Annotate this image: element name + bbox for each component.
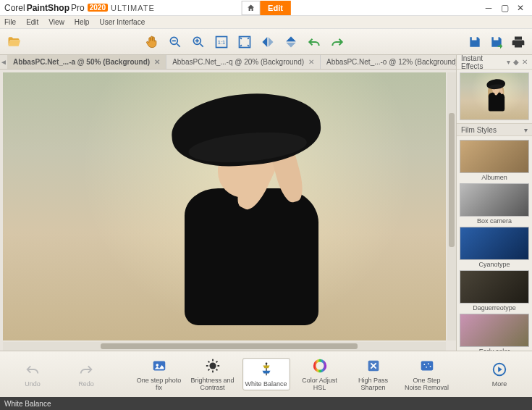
print-button[interactable] — [509, 33, 528, 51]
effect-label: Daguerreotype — [460, 304, 529, 311]
color-adjust-hsl-tool[interactable]: Color Adjust HSL — [296, 355, 344, 393]
close-tab-icon[interactable]: ✕ — [154, 58, 160, 66]
noise-icon — [419, 358, 435, 374]
document-tab[interactable]: AbbasPC.Net_...-o @ 12% (Background)✕ — [321, 55, 475, 69]
brand-pro: Pro — [71, 3, 85, 13]
redo-icon — [78, 361, 94, 377]
canvas[interactable] — [3, 72, 446, 340]
chevron-down-icon: ▾ — [524, 126, 528, 134]
fit-window-button[interactable] — [235, 33, 254, 51]
home-icon — [246, 4, 255, 12]
undo-icon — [307, 35, 321, 49]
tool-label: One step photo fix — [137, 377, 182, 391]
scrollbar-thumb[interactable] — [101, 343, 358, 349]
canvas-viewport — [0, 70, 456, 351]
undo-button[interactable] — [305, 33, 324, 51]
horizontal-scrollbar[interactable] — [3, 342, 446, 351]
vertical-scrollbar[interactable] — [447, 72, 456, 340]
high-pass-sharpen-tool[interactable]: High Pass Sharpen — [350, 355, 397, 393]
flip-horizontal-button[interactable] — [258, 33, 277, 51]
tool-label: One Step Noise Removal — [405, 377, 449, 391]
titlebar: Corel PaintShop Pro 2020 ULTIMATE Edit ─… — [0, 0, 532, 16]
effect-thumb — [460, 270, 529, 304]
pan-tool-button[interactable] — [143, 33, 161, 51]
menu-edit[interactable]: Edit — [26, 18, 38, 26]
save-button[interactable] — [465, 33, 484, 51]
tab-label: AbbasPC.Net_...-o @ 12% (Background) — [326, 58, 458, 66]
zoom-out-button[interactable] — [166, 33, 185, 51]
tabs-scroll-left[interactable]: ◄ — [0, 55, 7, 69]
effect-label: Albumen — [460, 173, 529, 181]
svg-point-7 — [209, 362, 216, 369]
zoom-in-button[interactable] — [189, 33, 208, 51]
effect-label: Box camera — [460, 217, 529, 225]
white-balance-tool[interactable]: White Balance — [242, 358, 290, 390]
tool-label: More — [492, 380, 507, 388]
redo-button[interactable] — [328, 33, 347, 51]
photo-fix-icon — [151, 358, 167, 374]
menu-user-interface[interactable]: User Interface — [99, 18, 145, 26]
effect-item-daguerreotype[interactable]: Daguerreotype — [460, 270, 529, 311]
undo-tool[interactable]: Undo — [9, 359, 56, 390]
more-tools-button[interactable]: More — [476, 359, 523, 390]
panel-close-icon[interactable]: ✕ — [522, 58, 528, 66]
effect-item-early-color[interactable]: Early color — [460, 314, 529, 351]
workspace-home-button[interactable] — [241, 1, 260, 15]
menu-help[interactable]: Help — [75, 18, 90, 26]
scrollbar-thumb[interactable] — [449, 113, 455, 247]
status-text: White Balance — [4, 400, 51, 408]
effect-thumb — [460, 227, 529, 260]
effect-label: Cyanotype — [460, 260, 529, 268]
statusbar: White Balance — [0, 397, 532, 410]
maximize-button[interactable]: ▢ — [500, 4, 509, 12]
document-tab[interactable]: AbbasPC.Net_...-a @ 50% (Background)✕ — [7, 55, 166, 69]
panel-menu-icon[interactable]: ▾ — [507, 58, 510, 66]
svg-point-12 — [423, 364, 425, 365]
noise-removal-tool[interactable]: One Step Noise Removal — [403, 355, 451, 393]
effect-preview — [460, 72, 529, 120]
workspace-edit-button[interactable]: Edit — [260, 1, 291, 15]
svg-rect-11 — [421, 361, 433, 371]
close-button[interactable]: ✕ — [516, 4, 525, 12]
brand-edition: ULTIMATE — [111, 4, 155, 12]
open-file-button[interactable] — [4, 33, 23, 51]
workspace-tabs: Edit — [241, 1, 291, 15]
menu-view[interactable]: View — [48, 18, 64, 26]
minimize-button[interactable]: ─ — [484, 4, 493, 12]
save-icon — [468, 35, 482, 49]
save-as-button[interactable] — [487, 33, 506, 51]
effect-thumb — [460, 314, 529, 347]
svg-text:1:1: 1:1 — [217, 39, 224, 46]
workarea: ◄ AbbasPC.Net_...-a @ 50% (Background)✕ … — [0, 55, 456, 351]
effect-item-albumen[interactable]: Albumen — [460, 140, 529, 181]
effect-category-dropdown[interactable]: Film Styles ▾ — [457, 123, 532, 136]
svg-point-13 — [427, 363, 428, 364]
svg-point-14 — [426, 367, 427, 368]
brightness-contrast-tool[interactable]: Brightness and Contrast — [189, 355, 237, 393]
panel-pin-icon[interactable]: ◆ — [513, 58, 519, 66]
effect-item-cyanotype[interactable]: Cyanotype — [460, 227, 529, 268]
adjust-toolbar: Undo Redo One step photo fix Brightness … — [0, 351, 532, 397]
tool-label: Redo — [78, 380, 94, 388]
flip-horizontal-icon — [261, 35, 275, 49]
brightness-icon — [205, 358, 221, 374]
document-tabs: ◄ AbbasPC.Net_...-a @ 50% (Background)✕ … — [0, 55, 456, 70]
close-tab-icon[interactable]: ✕ — [308, 58, 314, 66]
one-step-photo-fix-tool[interactable]: One step photo fix — [135, 355, 183, 393]
document-tab[interactable]: AbbasPC.Net_...-q @ 20% (Background)✕ — [166, 55, 321, 69]
flip-vertical-button[interactable] — [282, 33, 300, 51]
tool-label: White Balance — [245, 380, 287, 388]
actual-size-button[interactable]: 1:1 — [212, 33, 231, 51]
menu-file[interactable]: File — [4, 18, 16, 26]
redo-tool[interactable]: Redo — [62, 359, 110, 390]
zoom-in-icon — [191, 35, 206, 49]
effect-item-box-camera[interactable]: Box camera — [460, 183, 529, 225]
redo-icon — [330, 35, 345, 49]
tool-label: Undo — [25, 380, 41, 388]
tab-label: AbbasPC.Net_...-a @ 50% (Background) — [13, 58, 150, 66]
tool-label: High Pass Sharpen — [351, 377, 396, 391]
svg-point-15 — [429, 366, 431, 367]
panel-header: Instant Effects ▾ ◆ ✕ — [457, 55, 532, 70]
hand-icon — [145, 35, 159, 49]
brand-year: 2020 — [88, 4, 108, 12]
